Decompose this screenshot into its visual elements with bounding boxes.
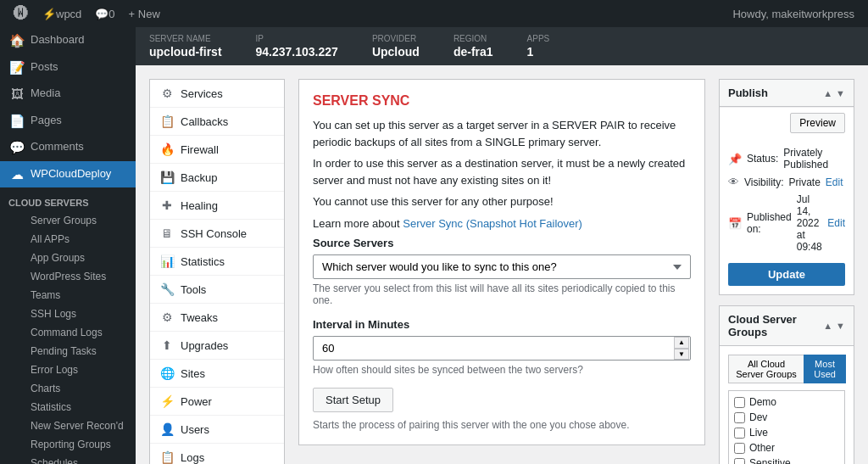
submenu-wordpress-sites[interactable]: WordPress Sites <box>0 267 136 286</box>
tools-icon: 🔧 <box>160 282 174 296</box>
server-sync-desc2: In order to use this server as a destina… <box>313 155 691 188</box>
healing-icon: ✚ <box>160 198 174 212</box>
adminbar-new[interactable]: + New <box>122 0 167 27</box>
sidebar-item-comments[interactable]: 💬 Comments <box>0 134 136 161</box>
groups-collapse-up[interactable]: ▲ <box>823 321 832 331</box>
nav-services[interactable]: ⚙ Services <box>150 80 284 108</box>
server-nav: ⚙ Services 📋 Callbacks 🔥 Firewall 💾 Back… <box>149 79 285 464</box>
group-live-checkbox[interactable] <box>734 428 745 439</box>
groups-scroll[interactable]: Demo Dev Live <box>728 390 845 464</box>
submenu-charts[interactable]: Charts <box>0 379 136 398</box>
nav-tweaks[interactable]: ⚙ Tweaks <box>150 304 284 332</box>
group-dev[interactable]: Dev <box>734 410 839 425</box>
collapse-up-icon[interactable]: ▲ <box>823 88 832 98</box>
groups-body: All Cloud Server Groups Most Used Demo <box>720 346 854 464</box>
server-sync-title: SERVER SYNC <box>313 93 691 109</box>
sidebar-item-media[interactable]: 🖼 Media <box>0 81 136 108</box>
server-region-label: Region <box>453 34 493 43</box>
submenu-statistics[interactable]: Statistics <box>0 398 136 416</box>
cloud-servers-label: Cloud Servers <box>0 187 136 211</box>
nav-ssh-console[interactable]: 🖥 SSH Console <box>150 220 284 248</box>
submenu-pending-tasks[interactable]: Pending Tasks <box>0 342 136 361</box>
group-other-checkbox[interactable] <box>734 443 745 454</box>
upgrades-icon: ⬆ <box>160 338 174 352</box>
interval-group: Interval in Minutes ▲ ▼ How often should… <box>313 318 691 376</box>
group-other[interactable]: Other <box>734 440 839 456</box>
submenu-app-groups[interactable]: App Groups <box>0 249 136 267</box>
source-servers-label: Source Servers <box>313 237 691 249</box>
submenu-command-logs[interactable]: Command Logs <box>0 323 136 342</box>
users-nav-icon: 👤 <box>160 422 174 436</box>
submenu-ssh-logs[interactable]: SSH Logs <box>0 305 136 323</box>
nav-healing[interactable]: ✚ Healing <box>150 192 284 220</box>
adminbar-wpcd[interactable]: ⚡ wpcd <box>36 0 88 27</box>
server-name-label: Server Name <box>149 34 222 43</box>
number-up[interactable]: ▲ <box>674 337 689 349</box>
sidebar-item-pages[interactable]: 📄 Pages <box>0 108 136 135</box>
media-icon: 🖼 <box>8 86 25 103</box>
server-sync-desc3: You cannot use this server for any other… <box>313 193 691 210</box>
adminbar-comments[interactable]: 💬 0 <box>88 0 121 27</box>
nav-tools[interactable]: 🔧 Tools <box>150 276 284 304</box>
admin-bar: 🅦 ⚡ wpcd 💬 0 + New Howdy, makeitworkpres… <box>0 0 868 27</box>
nav-backup[interactable]: 💾 Backup <box>150 164 284 192</box>
interval-input[interactable] <box>313 336 691 361</box>
adminbar-howdy: Howdy, makeitworkpress <box>726 8 861 20</box>
group-demo[interactable]: Demo <box>734 394 839 410</box>
server-ip-label: IP <box>256 34 338 43</box>
server-provider-value: Upcloud <box>372 45 420 59</box>
group-sensitive-checkbox[interactable] <box>734 458 745 465</box>
collapse-down-icon[interactable]: ▼ <box>836 88 845 98</box>
nav-users[interactable]: 👤 Users <box>150 416 284 444</box>
submenu-new-server-record[interactable]: New Server Recon'd <box>0 416 136 435</box>
submenu-reporting-groups[interactable]: Reporting Groups <box>0 435 136 454</box>
nav-statistics[interactable]: 📊 Statistics <box>150 248 284 276</box>
publish-actions: Preview <box>720 107 854 138</box>
publish-controls: ▲ ▼ <box>823 88 845 98</box>
sidebar-item-posts[interactable]: 📝 Posts <box>0 54 136 81</box>
source-servers-group: Source Servers Which server would you li… <box>313 237 691 306</box>
server-name-col: Server Name upcloud-first <box>149 34 222 59</box>
submenu-server-groups[interactable]: Server Groups <box>0 211 136 230</box>
checkbox-list: Demo Dev Live <box>734 394 839 464</box>
server-header: Server Name upcloud-first IP 94.237.103.… <box>136 27 868 65</box>
page-wrapper: 🏠 Dashboard 📝 Posts 🖼 Media 📄 Pages 💬 Co… <box>0 27 868 464</box>
nav-callbacks[interactable]: 📋 Callbacks <box>150 108 284 136</box>
preview-button[interactable]: Preview <box>790 113 845 133</box>
nav-upgrades[interactable]: ⬆ Upgrades <box>150 332 284 360</box>
start-setup-button[interactable]: Start Setup <box>313 388 393 412</box>
submenu-error-logs[interactable]: Error Logs <box>0 361 136 379</box>
publish-metabox-header: Publish ▲ ▼ <box>720 80 854 107</box>
nav-power[interactable]: ⚡ Power <box>150 388 284 416</box>
sidebar-item-dashboard[interactable]: 🏠 Dashboard <box>0 27 136 54</box>
source-servers-select[interactable]: Which server would you like to sync to t… <box>313 254 691 279</box>
groups-collapse-down[interactable]: ▼ <box>836 321 845 331</box>
visibility-edit-link[interactable]: Edit <box>826 176 843 188</box>
published-row: 📅 Published on: Jul 14, 2022 at 09:48 Ed… <box>728 193 845 253</box>
group-sensitive[interactable]: Sensitive <box>734 456 839 464</box>
group-dev-checkbox[interactable] <box>734 412 745 423</box>
nav-firewall[interactable]: 🔥 Firewall <box>150 136 284 164</box>
update-button[interactable]: Update <box>728 263 845 286</box>
submenu-all-apps[interactable]: All APPs <box>0 230 136 249</box>
firewall-icon: 🔥 <box>160 143 174 156</box>
nav-logs[interactable]: 📋 Logs <box>150 444 284 464</box>
group-demo-checkbox[interactable] <box>734 397 745 408</box>
visibility-value: Private <box>788 176 820 188</box>
cloud-server-groups-metabox: Cloud Server Groups ▲ ▼ All Cloud Server… <box>719 305 854 464</box>
server-sync-link[interactable]: Server Sync (Snapshot Hot Failover) <box>403 217 582 230</box>
wp-logo[interactable]: 🅦 <box>7 0 36 27</box>
server-name-value: upcloud-first <box>149 45 222 59</box>
nav-sites[interactable]: 🌐 Sites <box>150 360 284 388</box>
number-down[interactable]: ▼ <box>674 349 689 361</box>
group-live[interactable]: Live <box>734 425 839 440</box>
tab-all-groups[interactable]: All Cloud Server Groups <box>728 355 804 383</box>
callbacks-icon: 📋 <box>160 115 174 128</box>
submenu-schedules[interactable]: Schedules <box>0 454 136 464</box>
dashboard-icon: 🏠 <box>8 32 25 49</box>
published-edit-link[interactable]: Edit <box>827 217 845 229</box>
submenu-teams[interactable]: Teams <box>0 286 136 305</box>
admin-sidebar: 🏠 Dashboard 📝 Posts 🖼 Media 📄 Pages 💬 Co… <box>0 27 136 464</box>
sidebar-item-wpcloudeploy[interactable]: ☁ WPCloudDeploy <box>0 161 136 188</box>
tab-most-used[interactable]: Most Used <box>804 355 846 383</box>
